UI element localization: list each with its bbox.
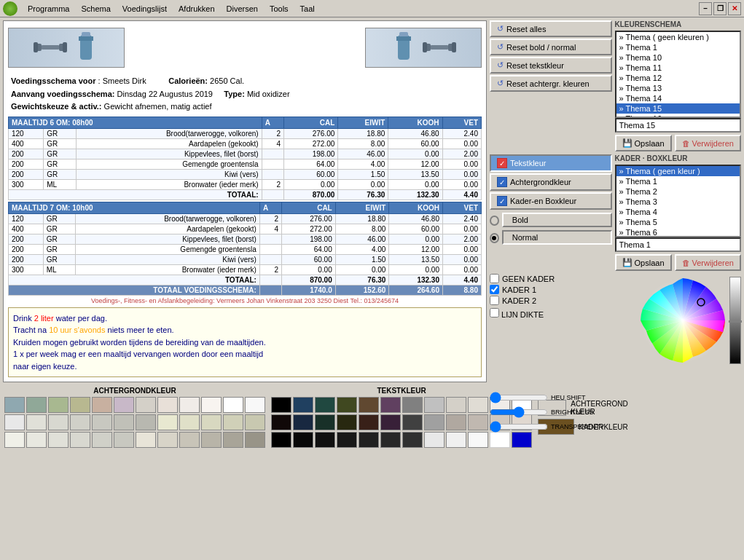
color-swatch[interactable] xyxy=(315,414,335,430)
list-item[interactable]: » Thema 14 xyxy=(616,93,740,103)
color-swatch[interactable] xyxy=(70,397,90,413)
color-swatch[interactable] xyxy=(446,397,466,413)
color-swatch[interactable] xyxy=(4,397,25,413)
bold-radio[interactable] xyxy=(490,216,499,226)
color-swatch[interactable] xyxy=(201,432,222,448)
reset-all-button[interactable]: ↺ Reset alles xyxy=(490,20,612,37)
close-button[interactable]: ✕ xyxy=(728,2,741,15)
kader-listbox[interactable]: » Thema ( geen kleur ) » Thema 1 » Thema… xyxy=(615,165,741,237)
color-swatch[interactable] xyxy=(468,397,488,413)
color-swatch[interactable] xyxy=(337,432,357,448)
color-swatch[interactable] xyxy=(402,397,423,413)
kader2-checkbox[interactable] xyxy=(490,296,499,305)
list-item[interactable]: » Thema 4 xyxy=(616,207,740,217)
minimize-button[interactable]: – xyxy=(699,2,712,15)
color-swatch[interactable] xyxy=(337,414,357,430)
lijn-dikte-checkbox[interactable] xyxy=(490,308,499,318)
transparency-slider[interactable] xyxy=(490,421,548,433)
list-item[interactable]: » Thema 13 xyxy=(616,83,740,93)
color-swatch[interactable] xyxy=(70,414,90,430)
color-swatch[interactable] xyxy=(223,414,243,430)
kleurenschema-input[interactable] xyxy=(615,118,741,133)
color-swatch[interactable] xyxy=(4,414,25,430)
color-swatch[interactable] xyxy=(315,397,335,413)
color-swatch[interactable] xyxy=(48,432,68,448)
list-item[interactable]: » Thema 5 xyxy=(616,217,740,227)
color-swatch[interactable] xyxy=(293,414,313,430)
color-swatch[interactable] xyxy=(223,432,243,448)
list-item[interactable]: » Thema 2 xyxy=(616,186,740,197)
color-swatch[interactable] xyxy=(293,397,313,413)
color-swatch[interactable] xyxy=(26,397,47,413)
color-swatch[interactable] xyxy=(179,414,200,430)
color-swatch[interactable] xyxy=(245,432,265,448)
menu-programma[interactable]: Programma xyxy=(22,3,75,15)
color-swatch[interactable] xyxy=(446,432,466,448)
color-swatch[interactable] xyxy=(70,432,90,448)
color-swatch[interactable] xyxy=(271,432,291,448)
color-swatch[interactable] xyxy=(223,397,243,413)
bold-button[interactable]: Bold xyxy=(502,213,612,227)
color-swatch[interactable] xyxy=(179,432,200,448)
brightness-slider[interactable] xyxy=(490,406,548,418)
kader-save-button[interactable]: 💾 Opslaan xyxy=(615,254,672,271)
kader-boxkleur-toggle[interactable]: ✓ Kader-en Boxkleur xyxy=(490,192,612,210)
color-swatch[interactable] xyxy=(201,397,222,413)
menu-schema[interactable]: Schema xyxy=(75,3,116,15)
color-swatch[interactable] xyxy=(48,397,68,413)
color-swatch[interactable] xyxy=(92,397,112,413)
kleurenschema-save-button[interactable]: 💾 Opslaan xyxy=(615,135,672,151)
color-swatch[interactable] xyxy=(157,414,178,430)
kleurenschema-delete-button[interactable]: 🗑 Verwijderen xyxy=(675,135,741,151)
color-swatch[interactable] xyxy=(271,397,291,413)
geen-kader-checkbox[interactable] xyxy=(490,274,499,283)
list-item[interactable]: » Thema 12 xyxy=(616,73,740,83)
color-swatch[interactable] xyxy=(359,432,379,448)
reset-text-color-button[interactable]: ↺ Reset tekstkleur xyxy=(490,57,612,74)
color-wheel[interactable] xyxy=(639,277,727,364)
menu-voedingslijst[interactable]: Voedingslijst xyxy=(117,3,173,15)
list-item[interactable]: » Thema 1 xyxy=(616,176,740,186)
list-item[interactable]: » Thema ( geen kleuren ) xyxy=(616,32,740,42)
list-item[interactable]: » Thema 3 xyxy=(616,197,740,207)
color-swatch[interactable] xyxy=(271,414,291,430)
color-swatch[interactable] xyxy=(48,414,68,430)
menu-afdrukken[interactable]: Afdrukken xyxy=(173,3,221,15)
brightness-bar[interactable] xyxy=(729,277,741,364)
color-swatch[interactable] xyxy=(26,432,47,448)
list-item[interactable]: » Thema 11 xyxy=(616,63,740,73)
color-swatch[interactable] xyxy=(468,432,488,448)
kader1-checkbox[interactable] xyxy=(490,285,499,294)
color-swatch[interactable] xyxy=(293,432,313,448)
color-swatch[interactable] xyxy=(4,432,25,448)
color-swatch[interactable] xyxy=(446,414,466,430)
color-swatch[interactable] xyxy=(424,397,445,413)
color-swatch[interactable] xyxy=(201,414,222,430)
reset-bg-color-button[interactable]: ↺ Reset achtergr. kleuren xyxy=(490,75,612,92)
kader-delete-button[interactable]: 🗑 Verwijderen xyxy=(675,254,741,271)
color-swatch[interactable] xyxy=(245,414,265,430)
menu-diversen[interactable]: Diversen xyxy=(221,3,264,15)
list-item[interactable]: » Thema 10 xyxy=(616,52,740,63)
menu-taal[interactable]: Taal xyxy=(294,3,321,15)
maximize-button[interactable]: ❐ xyxy=(713,2,727,15)
achtergrondkleur-toggle[interactable]: ✓ Achtergrondkleur xyxy=(490,173,612,191)
color-swatch[interactable] xyxy=(402,414,423,430)
normal-radio[interactable] xyxy=(490,233,499,243)
color-swatch[interactable] xyxy=(114,397,134,413)
color-swatch[interactable] xyxy=(26,414,47,430)
color-swatch[interactable] xyxy=(359,414,379,430)
color-swatch[interactable] xyxy=(337,397,357,413)
color-swatch[interactable] xyxy=(468,414,488,430)
heu-shift-slider[interactable] xyxy=(490,392,548,403)
kleurenschema-listbox[interactable]: » Thema ( geen kleuren ) » Thema 1 » The… xyxy=(615,31,741,118)
normal-button[interactable]: Normal xyxy=(502,230,612,245)
color-swatch[interactable] xyxy=(136,414,156,430)
color-swatch[interactable] xyxy=(92,414,112,430)
color-swatch[interactable] xyxy=(136,432,156,448)
color-swatch[interactable] xyxy=(359,397,379,413)
color-swatch[interactable] xyxy=(136,397,156,413)
color-swatch[interactable] xyxy=(380,397,401,413)
color-swatch[interactable] xyxy=(114,414,134,430)
color-swatch[interactable] xyxy=(179,397,200,413)
